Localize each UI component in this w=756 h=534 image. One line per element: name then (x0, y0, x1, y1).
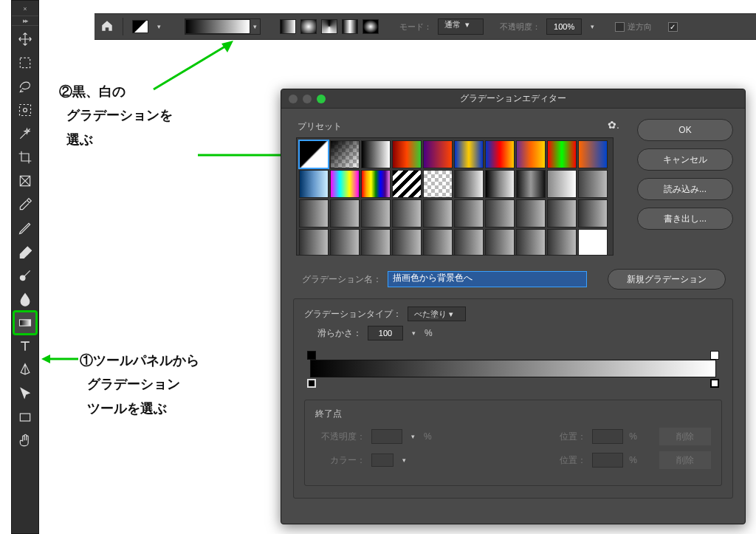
eraser-tool[interactable] (14, 241, 36, 263)
preset-swatch[interactable] (299, 140, 329, 168)
preset-swatch[interactable] (454, 170, 484, 198)
preset-swatch[interactable] (423, 199, 453, 227)
opacity-stop-left[interactable] (307, 351, 316, 360)
preset-swatch[interactable] (516, 170, 546, 198)
diamond-gradient-button[interactable] (362, 19, 379, 34)
magic-wand-tool[interactable] (14, 123, 36, 145)
load-button[interactable]: 読み込み... (637, 178, 733, 200)
preset-swatch[interactable] (547, 170, 577, 198)
eyedropper-tool[interactable] (14, 194, 36, 216)
preset-swatch[interactable] (485, 229, 515, 256)
preset-swatch[interactable] (299, 229, 329, 256)
preset-swatch[interactable] (454, 229, 484, 256)
svg-line-11 (154, 45, 227, 89)
preset-swatch[interactable] (392, 199, 422, 227)
gradient-tool[interactable] (14, 312, 36, 334)
brush-tool[interactable] (14, 264, 36, 287)
chevron-down-icon[interactable]: ▾ (588, 23, 597, 30)
opacity-input[interactable]: 100% (546, 18, 582, 35)
reverse-checkbox[interactable]: 逆方向 (615, 21, 652, 32)
preset-swatch[interactable] (392, 140, 422, 168)
percent-label: % (424, 431, 432, 442)
titlebar[interactable]: グラデーションエディター (281, 89, 745, 109)
gradient-type-select[interactable]: べた塗り ▾ (408, 307, 466, 321)
preset-swatch[interactable] (485, 170, 515, 198)
preset-swatch[interactable] (423, 140, 453, 168)
path-select-tool[interactable] (14, 383, 36, 405)
preset-swatch[interactable] (485, 140, 515, 168)
collapse-panel-button[interactable]: ▸▸ (12, 16, 38, 26)
preset-swatch[interactable] (454, 199, 484, 227)
stop-position-label: 位置： (536, 454, 586, 467)
preset-swatch[interactable] (361, 170, 391, 198)
opacity-stop-right[interactable] (710, 351, 719, 360)
gradient-picker[interactable]: ▾ (185, 18, 261, 35)
gradient-bar[interactable] (306, 352, 721, 385)
color-stop-right[interactable] (710, 379, 719, 388)
preset-swatch[interactable] (361, 140, 391, 168)
save-button[interactable]: 書き出し... (637, 208, 733, 230)
rectangle-tool[interactable] (14, 406, 36, 428)
marquee-tool[interactable] (14, 52, 36, 74)
move-tool[interactable] (14, 28, 36, 50)
linear-gradient-button[interactable] (280, 19, 296, 34)
window-title: グラデーションエディター (281, 92, 745, 105)
preset-swatch[interactable] (361, 199, 391, 227)
lasso-tool[interactable] (14, 75, 36, 97)
preset-swatch[interactable] (361, 229, 391, 256)
ok-button[interactable]: OK (637, 119, 733, 141)
crop-tool[interactable] (14, 146, 36, 168)
svg-rect-7 (20, 320, 31, 326)
preset-swatch[interactable] (547, 229, 577, 256)
gear-icon[interactable]: ✿. (608, 119, 619, 131)
chevron-down-icon[interactable]: ▾ (154, 23, 164, 30)
pencil-tool[interactable] (14, 217, 36, 239)
preset-swatch[interactable] (547, 199, 577, 227)
hand-tool[interactable] (14, 430, 36, 452)
preset-swatch[interactable] (516, 229, 546, 256)
preset-swatch[interactable] (516, 140, 546, 168)
preset-swatch[interactable] (330, 170, 360, 198)
preset-swatch[interactable] (423, 229, 453, 256)
preset-swatch[interactable] (299, 170, 329, 198)
color-stop-left[interactable] (307, 379, 316, 388)
blend-mode-select[interactable]: 通常 ▾ (438, 18, 484, 35)
preset-swatch[interactable] (330, 140, 360, 168)
quick-select-tool[interactable] (14, 99, 36, 121)
preset-swatch[interactable] (423, 170, 453, 198)
preset-swatch[interactable] (392, 170, 422, 198)
chevron-down-icon[interactable]: ▾ (409, 329, 419, 337)
preset-swatch[interactable] (454, 140, 484, 168)
pen-tool[interactable] (14, 359, 36, 381)
preset-swatch[interactable] (578, 229, 608, 256)
preset-swatch[interactable] (578, 140, 608, 168)
blur-tool[interactable] (14, 288, 36, 310)
preset-swatch[interactable] (330, 199, 360, 227)
preset-swatch[interactable] (578, 199, 608, 227)
angle-gradient-button[interactable] (321, 19, 337, 34)
tool-preset-swatch[interactable] (132, 20, 148, 33)
dither-checkbox[interactable] (668, 21, 681, 32)
home-icon[interactable] (100, 19, 114, 35)
preset-swatch[interactable] (299, 199, 329, 227)
panel-tab-handle[interactable]: × (12, 2, 38, 16)
smoothness-input[interactable]: 100 (368, 326, 403, 340)
preset-swatch[interactable] (547, 140, 577, 168)
frame-tool[interactable] (14, 170, 36, 192)
preset-swatch[interactable] (392, 229, 422, 256)
preset-swatch[interactable] (330, 229, 360, 256)
reflected-gradient-button[interactable] (342, 19, 358, 34)
preset-swatch[interactable] (578, 170, 608, 198)
cancel-button[interactable]: キャンセル (637, 148, 733, 171)
gradient-settings-panel: グラデーションタイプ： べた塗り ▾ 滑らかさ： 100 ▾ % 終了点 不透明… (293, 298, 733, 499)
gradient-type-label: グラデーションタイプ： (304, 308, 402, 321)
stop-position-label: 位置： (536, 431, 586, 443)
chevron-down-icon[interactable]: ▾ (250, 23, 260, 30)
type-tool[interactable] (14, 335, 36, 357)
new-gradient-button[interactable]: 新規グラデーション (608, 269, 726, 290)
gradient-name-input[interactable]: 描画色から背景色へ (388, 271, 587, 287)
percent-label: % (629, 431, 637, 442)
preset-swatch[interactable] (516, 199, 546, 227)
preset-swatch[interactable] (485, 199, 515, 227)
radial-gradient-button[interactable] (300, 19, 317, 34)
